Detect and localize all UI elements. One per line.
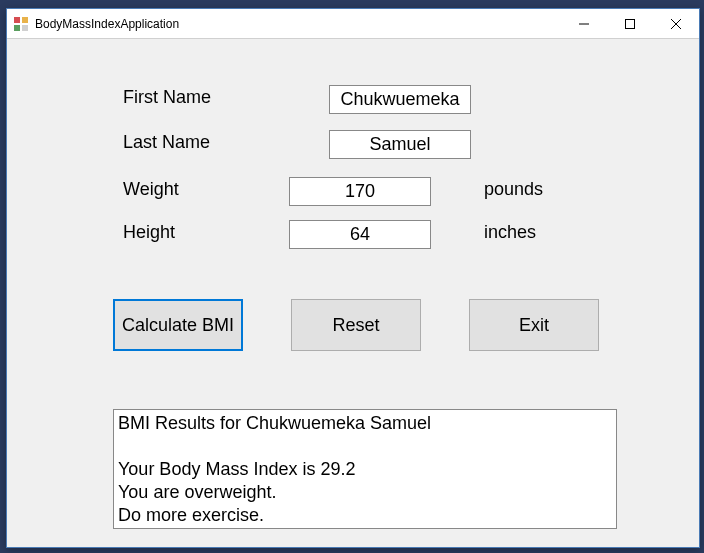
height-input[interactable] [289, 220, 431, 249]
svg-rect-3 [22, 25, 28, 31]
results-textarea[interactable] [113, 409, 617, 529]
first-name-input[interactable] [329, 85, 471, 114]
close-button[interactable] [653, 9, 699, 38]
last-name-label: Last Name [123, 132, 210, 153]
window-controls [561, 9, 699, 38]
height-label: Height [123, 222, 175, 243]
reset-button[interactable]: Reset [291, 299, 421, 351]
svg-rect-1 [22, 17, 28, 23]
weight-input[interactable] [289, 177, 431, 206]
app-window: BodyMassIndexApplication First Name Last… [6, 8, 700, 548]
titlebar: BodyMassIndexApplication [7, 9, 699, 39]
client-area: First Name Last Name Weight pounds Heigh… [7, 39, 699, 547]
first-name-label: First Name [123, 87, 211, 108]
last-name-input[interactable] [329, 130, 471, 159]
calculate-bmi-button[interactable]: Calculate BMI [113, 299, 243, 351]
window-title: BodyMassIndexApplication [35, 17, 561, 31]
close-icon [671, 19, 681, 29]
minimize-button[interactable] [561, 9, 607, 38]
svg-rect-2 [14, 25, 20, 31]
weight-label: Weight [123, 179, 179, 200]
maximize-icon [625, 19, 635, 29]
exit-button[interactable]: Exit [469, 299, 599, 351]
minimize-icon [579, 19, 589, 29]
weight-unit-label: pounds [484, 179, 543, 200]
svg-rect-5 [626, 19, 635, 28]
app-icon [13, 16, 29, 32]
svg-rect-0 [14, 17, 20, 23]
height-unit-label: inches [484, 222, 536, 243]
maximize-button[interactable] [607, 9, 653, 38]
